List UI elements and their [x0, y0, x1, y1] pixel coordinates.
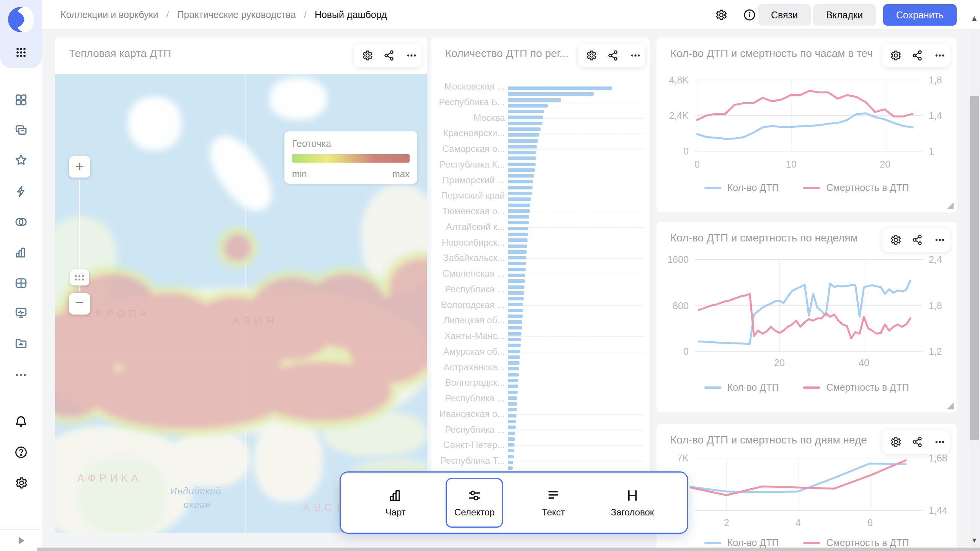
bar[interactable] [508, 174, 534, 178]
files-folder-icon[interactable] [14, 337, 28, 350]
bar[interactable] [508, 233, 528, 236]
info-icon[interactable] [743, 8, 756, 21]
widget-more-ellipsis-icon[interactable] [405, 49, 418, 62]
bar[interactable] [508, 408, 517, 411]
widget-settings-gear-icon[interactable] [889, 49, 902, 62]
bar[interactable] [508, 86, 612, 90]
breadcrumb[interactable]: Коллекции и воркбуки / Практические руко… [60, 9, 387, 20]
favorites-star-icon[interactable] [14, 153, 28, 167]
bar[interactable] [508, 204, 530, 207]
bar[interactable] [508, 262, 526, 265]
bar[interactable] [508, 116, 543, 119]
legend-item[interactable]: Смертность в ДТП [803, 182, 909, 193]
widget-share-icon[interactable] [383, 49, 395, 62]
bar[interactable] [508, 396, 517, 400]
widget-settings-gear-icon[interactable] [889, 234, 902, 246]
bar[interactable] [508, 268, 526, 271]
bar[interactable] [508, 163, 536, 166]
bar[interactable] [508, 122, 542, 125]
bar[interactable] [508, 385, 518, 388]
map-ruler-button[interactable] [70, 269, 89, 285]
bar[interactable] [508, 303, 523, 306]
bar[interactable] [508, 326, 522, 329]
legend-item[interactable]: Кол-во ДТП [704, 537, 779, 548]
widget-share-icon[interactable] [607, 49, 619, 62]
bar[interactable] [508, 250, 527, 254]
scroll-up-arrow-icon[interactable]: ▲ [970, 14, 978, 23]
widget-settings-gear-icon[interactable] [361, 49, 373, 62]
bar[interactable] [508, 344, 521, 347]
legend-item[interactable]: Смертность в ДТП [803, 382, 909, 393]
bar[interactable] [508, 425, 516, 429]
bar[interactable] [508, 197, 531, 201]
apps-grid-icon[interactable] [14, 46, 28, 59]
bar[interactable] [508, 98, 561, 102]
expand-play-icon[interactable] [15, 535, 27, 546]
bar[interactable] [508, 355, 520, 359]
bar[interactable] [508, 466, 513, 470]
datasets-circles-icon[interactable] [14, 215, 28, 229]
bar[interactable] [508, 291, 524, 295]
resize-handle[interactable] [947, 202, 954, 209]
bar[interactable] [508, 245, 527, 248]
notifications-bell-icon[interactable] [14, 415, 28, 429]
dashboards-monitor-icon[interactable] [14, 306, 28, 320]
collections-icon[interactable] [14, 123, 28, 137]
vertical-scrollbar-thumb[interactable] [970, 96, 979, 440]
charts-bars-icon[interactable] [14, 246, 28, 259]
bar[interactable] [508, 297, 524, 300]
bar[interactable] [508, 449, 514, 452]
bar[interactable] [508, 145, 537, 148]
bar[interactable] [508, 338, 521, 341]
widget-settings-gear-icon[interactable] [585, 49, 597, 62]
bar[interactable] [508, 350, 520, 353]
bar[interactable] [508, 274, 525, 277]
widget-share-icon[interactable] [911, 436, 924, 448]
bar[interactable] [508, 209, 530, 213]
tables-icon[interactable] [14, 276, 28, 290]
widget-more-ellipsis-icon[interactable] [629, 49, 642, 62]
bar[interactable] [508, 227, 528, 230]
bar[interactable] [508, 320, 522, 324]
widget-more-ellipsis-icon[interactable] [934, 234, 946, 246]
bar[interactable] [508, 104, 548, 108]
map-zoom-out-button[interactable]: − [69, 293, 90, 315]
relations-button[interactable]: Связи [758, 4, 811, 26]
bar[interactable] [508, 168, 535, 172]
bar[interactable] [508, 443, 514, 447]
bar[interactable] [508, 361, 519, 365]
toolbar-chart-button[interactable]: Чарт [367, 478, 424, 528]
breadcrumb-guides[interactable]: Практические руководства [177, 9, 296, 20]
bar[interactable] [508, 279, 525, 283]
resize-handle[interactable] [947, 403, 954, 409]
bar[interactable] [508, 332, 521, 336]
bar[interactable] [508, 127, 541, 131]
heatmap-map[interactable]: ЕВРОПА АЗИЯ АФРИКА Индийский океан АВСТР… [55, 74, 427, 533]
bar[interactable] [508, 133, 539, 137]
bar[interactable] [508, 186, 532, 189]
dashboard-settings-gear-icon[interactable] [714, 8, 727, 21]
connections-bolt-icon[interactable] [14, 184, 28, 198]
bar[interactable] [508, 309, 523, 312]
bar[interactable] [508, 151, 536, 154]
bar[interactable] [508, 402, 517, 406]
help-icon[interactable] [14, 445, 28, 459]
widgets-icon[interactable] [14, 93, 28, 107]
bar[interactable] [508, 285, 524, 289]
breadcrumb-collections[interactable]: Коллекции и воркбуки [60, 9, 158, 20]
save-button[interactable]: Сохранить [883, 4, 957, 26]
bar[interactable] [508, 455, 514, 458]
bar[interactable] [508, 215, 529, 218]
more-ellipsis-icon[interactable] [14, 368, 28, 382]
tabs-button[interactable]: Вкладки [813, 4, 876, 26]
map-zoom-in-button[interactable]: + [69, 156, 90, 178]
bar[interactable] [508, 110, 544, 113]
widget-share-icon[interactable] [911, 234, 924, 246]
bar[interactable] [508, 367, 519, 370]
toolbar-selector-button[interactable]: Селектор [446, 478, 503, 528]
widget-more-ellipsis-icon[interactable] [934, 436, 946, 448]
legend-item[interactable]: Смертность в ДТП [803, 537, 909, 548]
bar[interactable] [508, 180, 533, 183]
toolbar-text-button[interactable]: Текст [525, 478, 582, 528]
bar[interactable] [508, 139, 538, 143]
